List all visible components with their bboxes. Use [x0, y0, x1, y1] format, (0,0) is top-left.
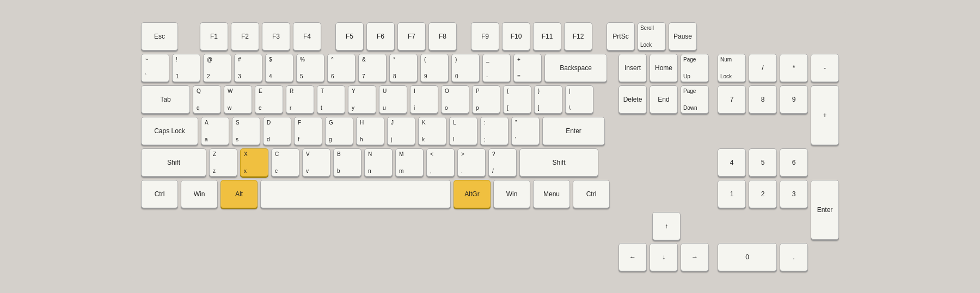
key-num6[interactable]: 6: [780, 148, 808, 177]
key-rctrl[interactable]: Ctrl: [573, 180, 610, 208]
key-h[interactable]: Hh: [356, 117, 384, 145]
key-1[interactable]: !1: [172, 54, 200, 82]
key-7[interactable]: &7: [358, 54, 387, 82]
key-quote[interactable]: "': [511, 117, 540, 145]
key-m[interactable]: Mm: [395, 148, 424, 177]
key-space[interactable]: [260, 180, 451, 208]
key-f11[interactable]: F11: [533, 22, 561, 51]
key-0[interactable]: )0: [451, 54, 480, 82]
key-num2[interactable]: 2: [749, 180, 777, 208]
key-home[interactable]: Home: [650, 54, 678, 82]
key-numlock[interactable]: NumLock: [718, 54, 746, 82]
key-period[interactable]: >.: [457, 148, 486, 177]
key-y[interactable]: Yy: [348, 85, 376, 114]
key-u[interactable]: Uu: [379, 85, 407, 114]
key-lwin[interactable]: Win: [181, 180, 218, 208]
key-t[interactable]: Tt: [317, 85, 345, 114]
key-num-slash[interactable]: /: [749, 54, 777, 82]
key-z[interactable]: Zz: [209, 148, 237, 177]
key-f[interactable]: Ff: [294, 117, 322, 145]
key-comma[interactable]: <,: [426, 148, 455, 177]
key-8[interactable]: *8: [389, 54, 418, 82]
key-backtick[interactable]: ~`: [141, 54, 169, 82]
key-p[interactable]: Pp: [472, 85, 500, 114]
key-pause[interactable]: Pause: [669, 22, 697, 51]
key-num-mult[interactable]: *: [780, 54, 808, 82]
key-f9[interactable]: F9: [471, 22, 499, 51]
key-o[interactable]: Oo: [441, 85, 469, 114]
key-num9[interactable]: 9: [780, 85, 808, 114]
key-f6[interactable]: F6: [366, 22, 395, 51]
key-q[interactable]: Qq: [193, 85, 221, 114]
key-d[interactable]: Dd: [263, 117, 291, 145]
key-backslash[interactable]: |\: [565, 85, 593, 114]
key-num8[interactable]: 8: [749, 85, 777, 114]
key-f3[interactable]: F3: [262, 22, 290, 51]
key-3[interactable]: #3: [234, 54, 262, 82]
key-4[interactable]: $4: [265, 54, 293, 82]
key-enter[interactable]: Enter: [542, 117, 605, 145]
key-j[interactable]: Jj: [387, 117, 415, 145]
key-e[interactable]: Ee: [255, 85, 283, 114]
key-right[interactable]: →: [681, 243, 709, 271]
key-capslock[interactable]: Caps Lock: [141, 117, 198, 145]
key-esc[interactable]: Esc: [141, 22, 178, 51]
key-backspace[interactable]: Backspace: [544, 54, 607, 82]
key-i[interactable]: Ii: [410, 85, 438, 114]
key-a[interactable]: Aa: [201, 117, 229, 145]
key-f12[interactable]: F12: [564, 22, 592, 51]
key-num-minus[interactable]: -: [811, 54, 839, 82]
key-5[interactable]: %5: [296, 54, 324, 82]
key-num7[interactable]: 7: [718, 85, 746, 114]
key-left[interactable]: ←: [618, 243, 647, 271]
key-r[interactable]: Rr: [286, 85, 314, 114]
key-lbracket[interactable]: {[: [503, 85, 531, 114]
key-equals[interactable]: +=: [513, 54, 542, 82]
key-rshift[interactable]: Shift: [519, 148, 598, 177]
key-w[interactable]: Ww: [224, 85, 252, 114]
key-minus[interactable]: _-: [482, 54, 511, 82]
key-num-dot[interactable]: .: [780, 243, 808, 271]
key-down[interactable]: ↓: [650, 243, 678, 271]
key-6[interactable]: ^6: [327, 54, 356, 82]
key-f2[interactable]: F2: [231, 22, 259, 51]
key-c[interactable]: Cc: [271, 148, 299, 177]
key-2[interactable]: @2: [203, 54, 231, 82]
key-f4[interactable]: F4: [293, 22, 321, 51]
key-num4[interactable]: 4: [718, 148, 746, 177]
key-k[interactable]: Kk: [418, 117, 446, 145]
key-end[interactable]: End: [650, 85, 678, 114]
key-lshift[interactable]: Shift: [141, 148, 206, 177]
key-num-plus[interactable]: +: [811, 85, 839, 145]
key-lctrl[interactable]: Ctrl: [141, 180, 178, 208]
key-rbracket[interactable]: }]: [534, 85, 562, 114]
key-9[interactable]: (9: [420, 54, 449, 82]
key-n[interactable]: Nn: [364, 148, 393, 177]
key-slash[interactable]: ?/: [488, 148, 517, 177]
key-num0[interactable]: 0: [718, 243, 777, 271]
key-tab[interactable]: Tab: [141, 85, 190, 114]
key-v[interactable]: Vv: [302, 148, 330, 177]
key-f1[interactable]: F1: [200, 22, 228, 51]
key-pageup[interactable]: PageUp: [681, 54, 709, 82]
key-up[interactable]: ↑: [652, 212, 681, 240]
key-insert[interactable]: Insert: [618, 54, 647, 82]
key-x[interactable]: Xx: [240, 148, 268, 177]
key-num5[interactable]: 5: [749, 148, 777, 177]
key-b[interactable]: Bb: [333, 148, 362, 177]
key-num3[interactable]: 3: [780, 180, 808, 208]
key-prtsc[interactable]: PrtSc: [607, 22, 635, 51]
key-semicolon[interactable]: :;: [480, 117, 509, 145]
key-num-enter[interactable]: Enter: [811, 180, 839, 240]
key-altgr[interactable]: AltGr: [454, 180, 491, 208]
key-pagedown[interactable]: PageDown: [681, 85, 709, 114]
key-num1[interactable]: 1: [718, 180, 746, 208]
key-f7[interactable]: F7: [397, 22, 426, 51]
key-f10[interactable]: F10: [502, 22, 530, 51]
key-f8[interactable]: F8: [428, 22, 457, 51]
key-lalt[interactable]: Alt: [220, 180, 258, 208]
key-delete[interactable]: Delete: [618, 85, 647, 114]
key-rwin[interactable]: Win: [493, 180, 530, 208]
key-scrolllock[interactable]: Scroll Lock: [638, 22, 666, 51]
key-menu[interactable]: Menu: [533, 180, 570, 208]
